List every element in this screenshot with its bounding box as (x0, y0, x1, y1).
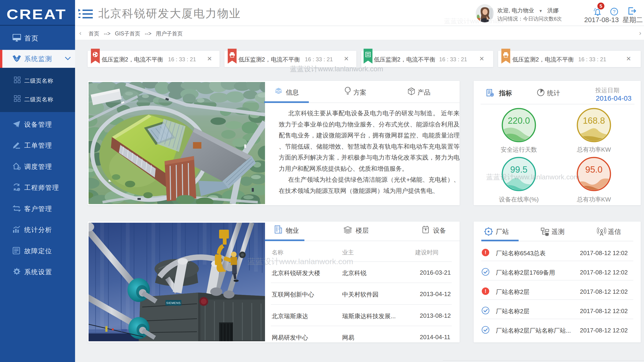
svg-text:SIEMENS: SIEMENS (166, 301, 181, 305)
svg-text:168.8: 168.8 (583, 116, 605, 126)
svg-text:95.0: 95.0 (585, 165, 602, 174)
svg-text:99.5: 99.5 (510, 165, 528, 174)
svg-text:220.0: 220.0 (508, 116, 530, 126)
svg-text:?: ? (613, 9, 615, 14)
